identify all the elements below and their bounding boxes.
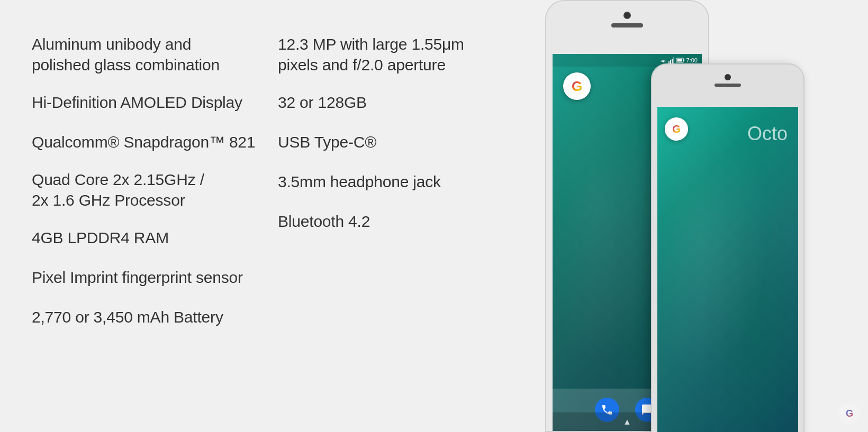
spec-processor: Quad Core 2x 2.15GHz /2x 1.6 GHz Process…: [32, 162, 278, 218]
phone-front-screen: G Octo: [657, 107, 798, 432]
speaker-front: [715, 84, 741, 87]
svg-rect-3: [673, 57, 674, 63]
status-icons: 7:00: [659, 57, 698, 63]
right-column: 12.3 MP with large 1.55μmpixels and f/2.…: [278, 26, 524, 337]
specs-grid: Aluminum unibody andpolished glass combi…: [32, 26, 524, 337]
nav-chevron-back: ▲: [623, 417, 631, 427]
battery-icon: [676, 57, 685, 63]
spec-battery: 2,770 or 3,450 mAh Battery: [32, 297, 278, 337]
spec-amoled: Hi-Definition AMOLED Display: [32, 82, 278, 122]
bottom-g-letter: G: [846, 408, 853, 419]
speaker-back: [611, 23, 643, 27]
octo-label: Octo: [747, 123, 788, 145]
wifi-icon: [659, 57, 667, 63]
spec-storage: 32 or 128GB: [278, 82, 524, 122]
spec-usb: USB Type-C®: [278, 122, 524, 162]
front-camera-front: [725, 74, 731, 80]
signal-icon: [668, 57, 675, 63]
phone-front-body: G Octo: [651, 63, 804, 432]
google-g-front: G: [672, 123, 681, 135]
screen-texture-front: [657, 107, 798, 432]
front-camera-back: [623, 12, 631, 19]
status-time: 7:00: [686, 57, 698, 63]
svg-rect-6: [677, 59, 682, 62]
phone-front: G Octo: [651, 63, 804, 432]
google-g-back: G: [572, 78, 582, 95]
spec-camera: 12.3 MP with large 1.55μmpixels and f/2.…: [278, 26, 524, 82]
google-logo-front: G: [665, 117, 688, 141]
svg-rect-2: [672, 59, 673, 63]
bottom-google-logo: G: [839, 403, 860, 424]
google-logo-back: G: [563, 72, 591, 100]
svg-rect-5: [683, 59, 684, 61]
spec-aluminum: Aluminum unibody andpolished glass combi…: [32, 26, 278, 82]
left-column: Aluminum unibody andpolished glass combi…: [32, 26, 278, 337]
spec-headphone: 3.5mm headphone jack: [278, 162, 524, 201]
spec-ram: 4GB LPDDR4 RAM: [32, 218, 278, 258]
phone-showcase: 7:00 G: [529, 0, 868, 432]
spec-snapdragon: Qualcomm® Snapdragon™ 821: [32, 122, 278, 162]
spec-fingerprint: Pixel Imprint fingerprint sensor: [32, 258, 278, 297]
specs-content: Aluminum unibody andpolished glass combi…: [0, 0, 556, 432]
spec-bluetooth: Bluetooth 4.2: [278, 201, 524, 241]
